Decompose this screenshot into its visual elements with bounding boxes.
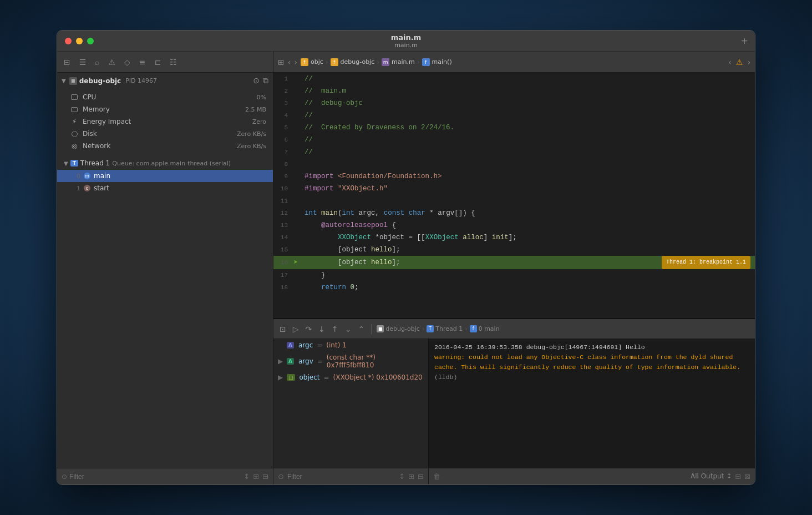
process-step-icon[interactable]: ⧉ — [263, 76, 268, 85]
var-argc-val: (int) 1 — [326, 341, 346, 349]
step-out-icon[interactable]: ↑ — [330, 324, 340, 335]
frame-name-0: main — [94, 172, 110, 180]
thread-header[interactable]: ▼ T Thread 1 Queue: com.apple.main-threa… — [57, 156, 273, 170]
disk-label: Disk — [83, 130, 237, 138]
warn-badge-icon: ⚠ — [736, 58, 743, 67]
step-into-icon[interactable]: ↓ — [317, 324, 327, 335]
dbc-target-icon: ■ — [377, 325, 384, 332]
thread-expand-icon: ▼ — [64, 160, 68, 166]
nav-right-icon[interactable]: › — [747, 58, 750, 67]
stack-frame-0[interactable]: 0 m main — [57, 170, 273, 182]
bc-objc[interactable]: f objc — [301, 58, 323, 66]
energy-value: Zero — [252, 118, 266, 125]
warn-icon[interactable]: ⚠ — [106, 57, 118, 68]
nav-left-icon[interactable]: ‹ — [728, 58, 732, 67]
code-line-13: 13 @autoreleasepool { — [273, 219, 755, 231]
bc-mainm[interactable]: m main.m — [382, 58, 415, 66]
maximize-button[interactable] — [87, 38, 94, 44]
metric-energy: ⚡ Energy Impact Zero — [57, 115, 273, 128]
bc-sep-1: › — [326, 58, 328, 66]
sidebar: ⊟ ☰ ⌕ ⚠ ◇ ≡ ⊏ ☷ ▼ ■ debug-objc PID 14967… — [57, 52, 273, 484]
main-window: main.m main.m + ⊟ ☰ ⌕ ⚠ ◇ ≡ ⊏ ☷ ▼ ■ — [57, 30, 755, 485]
dbc-thread[interactable]: T Thread 1 — [427, 325, 463, 332]
dbc-target[interactable]: ■ debug-objc — [377, 325, 420, 332]
console-split-icon[interactable]: ⊟ — [735, 472, 741, 481]
code-line-14: 14 XXObject *object = [[XXObject alloc] … — [273, 231, 755, 244]
code-toolbar: ⊞ ‹ › f objc › f debug-objc › m — [273, 52, 755, 73]
breadcrumb: f objc › f debug-objc › m main.m › — [301, 58, 725, 66]
bc-file-icon: m — [382, 58, 389, 66]
var-grid-icon[interactable]: ⊞ — [408, 472, 414, 481]
code-line-6: 6// — [273, 134, 755, 146]
cpu-value: 0% — [257, 94, 266, 101]
console-expand-icon[interactable]: ⊠ — [744, 472, 750, 481]
frame-num-0: 0 — [73, 173, 80, 180]
stop-icon[interactable]: ⊡ — [278, 324, 288, 335]
dbc-frame[interactable]: f 0 main — [470, 325, 500, 332]
bc-func[interactable]: f main() — [422, 58, 452, 66]
bookmark-icon[interactable]: ◇ — [122, 57, 133, 68]
frame-up-icon[interactable]: ⌃ — [356, 324, 366, 335]
close-button[interactable] — [65, 38, 72, 44]
debug-breadcrumb: ■ debug-objc › T Thread 1 › f 0 main — [377, 325, 499, 332]
network-icon: ◎ — [70, 142, 78, 150]
stack-frame-1[interactable]: 1 c start — [57, 182, 273, 194]
nav-forward-icon[interactable]: › — [294, 58, 297, 67]
search-icon[interactable]: ⌕ — [93, 57, 101, 68]
process-header[interactable]: ▼ ■ debug-objc PID 14967 ⊙ ⧉ — [57, 73, 273, 89]
sidebar-bottom-icons: ↕ ⊞ ⊟ — [243, 472, 268, 481]
var-cols-icon[interactable]: ⊟ — [418, 472, 424, 481]
thread-queue: Queue: com.apple.main-thread (serial) — [112, 160, 231, 167]
chat-icon[interactable]: ☷ — [168, 57, 179, 68]
metric-network: ◎ Network Zero KB/s — [57, 140, 273, 152]
window-title-main: main.m — [391, 33, 422, 42]
code-line-11: 11 — [273, 195, 755, 207]
var-object-val: (XXObject *) 0x100601d20 — [333, 373, 423, 381]
bottom-panel: ⊡ ▷ ↷ ↓ ↑ ⌄ ⌃ ■ debug-objc › — [273, 318, 755, 484]
sidebar-filter-input[interactable] — [69, 473, 243, 481]
network-value: Zero KB/s — [237, 143, 266, 150]
var-filter-input[interactable] — [287, 473, 395, 481]
sidebar-grid-icon[interactable]: ⊞ — [253, 472, 259, 481]
main-area: ⊟ ☰ ⌕ ⚠ ◇ ≡ ⊏ ☷ ▼ ■ debug-objc PID 14967… — [57, 52, 755, 484]
cpu-label: CPU — [83, 93, 257, 101]
debug-toolbar: ⊡ ▷ ↷ ↓ ↑ ⌄ ⌃ ■ debug-objc › — [273, 319, 755, 339]
step-over-icon[interactable]: ↷ — [304, 324, 314, 335]
sidebar-cols-icon[interactable]: ⊟ — [262, 472, 268, 481]
disk-icon — [70, 130, 78, 138]
dbc-sep-2: › — [465, 325, 467, 332]
code-line-12: 12int main(int argc, const char * argv[]… — [273, 207, 755, 219]
bc-folder-icon: f — [301, 58, 308, 66]
code-line-15: 15 [object hello]; — [273, 244, 755, 256]
bc-debug-objc[interactable]: f debug-objc — [331, 58, 375, 66]
link-icon[interactable]: ⊏ — [152, 57, 163, 68]
folder-icon[interactable]: ⊟ — [62, 57, 73, 68]
frame-down-icon[interactable]: ⌄ — [343, 324, 353, 335]
grid-icon[interactable]: ⊞ — [278, 58, 285, 67]
sidebar-sort-icon[interactable]: ↕ — [243, 472, 250, 481]
bc-sep-2: › — [377, 58, 379, 66]
frame-icon-0: m — [84, 173, 90, 179]
var-object-expand[interactable]: ▶ — [278, 373, 285, 381]
process-pause-icon[interactable]: ⊙ — [253, 76, 260, 85]
console-clear-icon[interactable]: 🗑 — [433, 472, 440, 481]
code-line-3: 3// debug-objc — [273, 97, 755, 109]
console-line-4: (lldb) — [434, 372, 749, 382]
nav-back-icon[interactable]: ‹ — [288, 58, 291, 67]
add-tab-button[interactable]: + — [741, 36, 748, 46]
var-sort-icon[interactable]: ↕ — [399, 472, 405, 481]
list-icon[interactable]: ☰ — [77, 57, 89, 68]
all-output-label[interactable]: All Output ↕ — [691, 472, 732, 481]
process-icon: ■ — [69, 77, 77, 85]
memory-value: 2.5 MB — [245, 106, 266, 113]
titlebar: main.m main.m + — [57, 31, 755, 52]
dbc-thread-label: Thread 1 — [435, 325, 463, 332]
list2-icon[interactable]: ≡ — [137, 57, 148, 68]
filter-icon: ⊙ — [62, 473, 67, 481]
var-filter-icon: ⊙ — [278, 472, 284, 481]
minimize-button[interactable] — [76, 38, 83, 44]
continue-icon[interactable]: ▷ — [291, 324, 301, 335]
code-line-10: 10#import "XXObject.h" — [273, 183, 755, 195]
var-argv-expand[interactable]: ▶ — [278, 357, 285, 365]
var-object-type: □ — [287, 374, 295, 381]
